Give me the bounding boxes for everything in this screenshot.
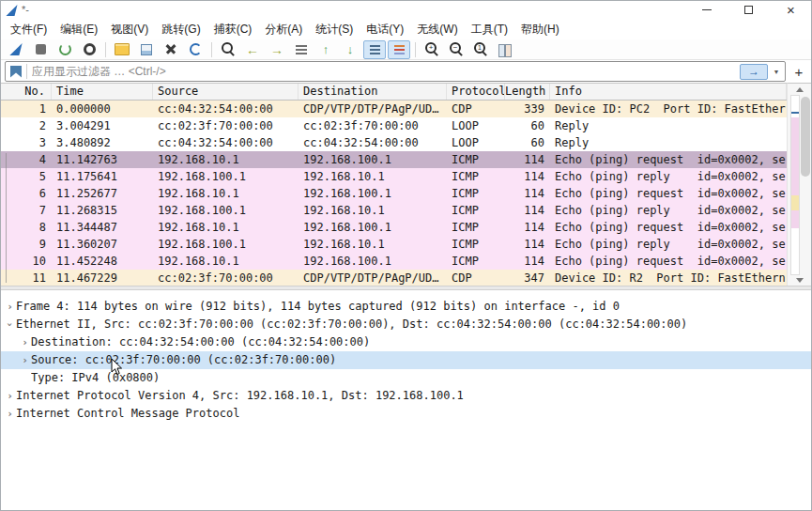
menu-item-statistics[interactable]: 统计(S): [309, 20, 360, 39]
resize-columns-button[interactable]: [494, 40, 516, 59]
mouse-cursor: [111, 358, 123, 376]
save-file-button[interactable]: [135, 40, 158, 59]
stop-capture-button[interactable]: [29, 40, 52, 59]
next-packet-button[interactable]: [266, 40, 288, 59]
menu-item-go[interactable]: 跳转(G): [155, 20, 207, 39]
menu-item-tools[interactable]: 工具(T): [465, 20, 514, 39]
column-header-length[interactable]: Length: [505, 84, 550, 100]
last-packet-button[interactable]: [339, 40, 361, 59]
packet-row-2[interactable]: 2 3.004291 cc:02:3f:70:00:00 cc:02:3f:70…: [0, 117, 787, 134]
open-file-button[interactable]: [111, 40, 133, 59]
filter-input[interactable]: [27, 65, 740, 78]
cell-protocol: ICMP: [447, 253, 505, 270]
cell-time: 3.004291: [52, 117, 153, 134]
cell-length: 347: [505, 270, 550, 286]
cell-time: 11.142763: [52, 151, 153, 168]
packet-row-7[interactable]: 7 11.268315 192.168.100.1 192.168.10.1 I…: [0, 202, 787, 219]
cell-time: 3.480892: [52, 134, 153, 151]
cell-protocol: ICMP: [447, 219, 505, 236]
column-header-time[interactable]: Time: [52, 84, 153, 100]
close-button[interactable]: [770, 0, 812, 19]
zoom-out-button[interactable]: [445, 40, 467, 59]
cell-time: 0.000000: [52, 101, 153, 117]
maximize-button[interactable]: [728, 0, 770, 19]
detail-text: Type: IPv4 (0x0800): [31, 369, 160, 387]
packet-list-scrollbar[interactable]: [787, 83, 812, 286]
menu-item-edit[interactable]: 编辑(E): [54, 20, 104, 39]
packet-row-8[interactable]: 8 11.344487 192.168.10.1 192.168.100.1 I…: [0, 219, 787, 236]
filter-bookmark-icon[interactable]: [10, 66, 22, 78]
packet-row-3[interactable]: 3 3.480892 cc:04:32:54:00:00 cc:04:32:54…: [0, 134, 787, 151]
cell-protocol: ICMP: [447, 236, 505, 253]
detail-line-7[interactable]: › Internet Control Message Protocol: [0, 405, 812, 423]
menu-item-file[interactable]: 文件(F): [4, 20, 54, 39]
close-file-button[interactable]: [160, 40, 182, 59]
filter-dropdown-icon[interactable]: [770, 69, 783, 75]
expander-icon[interactable]: ›: [19, 351, 31, 369]
zoom-in-button[interactable]: [421, 40, 443, 59]
previous-packet-button[interactable]: [241, 40, 264, 59]
column-header-source[interactable]: Source: [153, 84, 299, 100]
scroll-down-icon[interactable]: [788, 274, 812, 286]
cell-destination: CDP/VTP/DTP/PAgP/UD…: [299, 270, 447, 286]
cell-no: 2: [0, 117, 52, 134]
minimize-button[interactable]: [685, 0, 728, 19]
zoom-reset-button[interactable]: [469, 40, 492, 59]
start-capture-button[interactable]: [5, 40, 27, 59]
detail-line-3[interactable]: › Destination: cc:04:32:54:00:00 (cc:04:…: [0, 333, 812, 351]
column-header-info[interactable]: Info: [550, 84, 787, 100]
cell-destination: 192.168.100.1: [299, 219, 447, 236]
column-header-destination[interactable]: Destination: [299, 84, 447, 100]
column-header-no[interactable]: No.: [0, 84, 52, 100]
cell-source: 192.168.100.1: [153, 168, 299, 185]
cell-source: 192.168.100.1: [153, 236, 299, 253]
menu-item-wireless[interactable]: 无线(W): [410, 20, 464, 39]
packet-row-11[interactable]: 11 11.467229 cc:02:3f:70:00:00 CDP/VTP/D…: [0, 270, 787, 286]
first-packet-button[interactable]: [314, 40, 337, 59]
menu-item-view[interactable]: 视图(V): [104, 20, 155, 39]
menu-item-capture[interactable]: 捕获(C): [207, 20, 259, 39]
packet-row-6[interactable]: 6 11.252677 192.168.10.1 192.168.100.1 I…: [0, 185, 787, 202]
packet-row-1[interactable]: 1 0.000000 cc:04:32:54:00:00 CDP/VTP/DTP…: [0, 101, 787, 117]
expander-icon[interactable]: ›: [19, 333, 31, 351]
column-header-protocol[interactable]: Protocol: [447, 84, 505, 100]
expander-icon[interactable]: ›: [1, 318, 19, 331]
cell-protocol: ICMP: [447, 168, 505, 185]
detail-line-2[interactable]: › Ethernet II, Src: cc:02:3f:70:00:00 (c…: [0, 316, 812, 333]
scroll-up-icon[interactable]: [788, 84, 812, 95]
cell-length: 114: [505, 236, 550, 253]
find-packet-button[interactable]: [217, 40, 239, 59]
cell-destination: 192.168.100.1: [299, 151, 447, 168]
detail-line-6[interactable]: › Internet Protocol Version 4, Src: 192.…: [0, 387, 812, 405]
packet-row-4[interactable]: 4 11.142763 192.168.10.1 192.168.100.1 I…: [0, 151, 787, 168]
packet-row-10[interactable]: 10 11.452248 192.168.10.1 192.168.100.1 …: [0, 253, 787, 270]
apply-filter-button[interactable]: [740, 64, 768, 80]
add-filter-button[interactable]: [790, 63, 807, 80]
menu-item-help[interactable]: 帮助(H): [514, 20, 566, 39]
restart-capture-button[interactable]: [54, 40, 76, 59]
colorize-packets-button[interactable]: [388, 40, 410, 59]
auto-scroll-button[interactable]: [363, 40, 386, 59]
go-to-packet-button[interactable]: [290, 40, 313, 59]
cell-destination: 192.168.100.1: [299, 253, 447, 270]
cell-destination: 192.168.10.1: [299, 236, 447, 253]
cell-no: 11: [0, 270, 52, 286]
detail-line-1[interactable]: › Frame 4: 114 bytes on wire (912 bits),…: [0, 298, 812, 316]
toolbar-separator: [415, 42, 416, 57]
expander-icon[interactable]: ›: [4, 405, 16, 423]
minimap-position-line: [791, 112, 799, 114]
detail-text: Frame 4: 114 bytes on wire (912 bits), 1…: [16, 298, 620, 316]
expander-icon[interactable]: ›: [4, 298, 16, 316]
expander-icon[interactable]: ›: [4, 387, 16, 405]
packet-row-9[interactable]: 9 11.360207 192.168.100.1 192.168.10.1 I…: [0, 236, 787, 253]
cell-no: 3: [0, 134, 52, 151]
capture-options-button[interactable]: [78, 40, 100, 59]
cell-time: 11.452248: [52, 253, 153, 270]
menu-item-analyze[interactable]: 分析(A): [258, 20, 309, 39]
reload-file-button[interactable]: [184, 40, 207, 59]
packet-row-5[interactable]: 5 11.175641 192.168.100.1 192.168.10.1 I…: [0, 168, 787, 185]
detail-text: Internet Protocol Version 4, Src: 192.16…: [16, 387, 464, 405]
menu-item-telephony[interactable]: 电话(Y): [360, 20, 410, 39]
display-filter-field[interactable]: [5, 61, 786, 82]
scrollbar-thumb[interactable]: [801, 97, 810, 177]
